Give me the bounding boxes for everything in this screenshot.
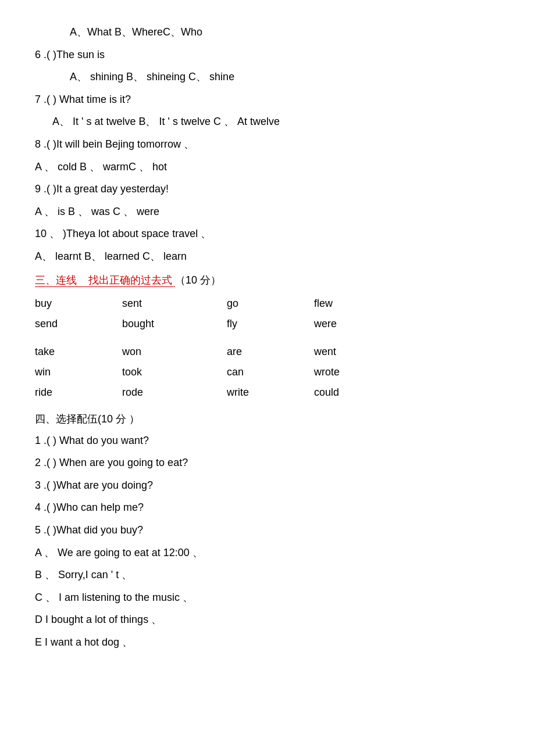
q4-answer-b: B 、 Sorry,I can ' t 、 <box>35 566 500 584</box>
word-cell: fly <box>227 314 314 334</box>
q8-question: 8 .( )It will bein Bejing tomorrow 、 <box>35 135 500 153</box>
q6-options: A、 shining B、 shineing C、 shine <box>35 68 500 86</box>
word-cell: flew <box>314 293 401 314</box>
section3-title: 三、连线 找出正确的过去式 <box>35 274 175 287</box>
word-cell: won <box>122 342 227 362</box>
q4-answer-a: A 、 We are going to eat at 12:00 、 <box>35 544 500 562</box>
q6-question: 6 .( )The sun is <box>35 46 500 64</box>
word-cell: took <box>122 362 227 382</box>
page-content: A、What B、WhereC、Who 6 .( )The sun is A、 … <box>35 23 500 651</box>
q10-options: A、 learnt B、 learned C、 learn <box>35 248 500 266</box>
q7-options: A、 It ' s at twelve B、 It ' s twelve C 、… <box>35 113 500 131</box>
q4-2: 2 .( ) When are you going to eat? <box>35 454 500 472</box>
word-cell: write <box>227 382 314 403</box>
word-grid: buy sent go flew send bought fly were ta… <box>35 293 500 402</box>
word-cell: take <box>35 342 122 362</box>
word-cell: are <box>227 342 314 362</box>
word-cell: were <box>314 314 401 334</box>
word-cell: go <box>227 293 314 314</box>
word-cell-spacer <box>35 334 401 342</box>
word-cell: rode <box>122 382 227 403</box>
q8-options: A 、 cold B 、 warmC 、 hot <box>35 158 500 176</box>
q4-answer-c: C 、 I am listening to the music 、 <box>35 589 500 607</box>
word-cell: wrote <box>314 362 401 382</box>
q9-options: A 、 is B 、 was C 、 were <box>35 203 500 221</box>
word-cell: buy <box>35 293 122 314</box>
word-cell: bought <box>122 314 227 334</box>
q4-5: 5 .( )What did you buy? <box>35 521 500 539</box>
word-cell: ride <box>35 382 122 403</box>
q7-question: 7 .( ) What time is it? <box>35 91 500 109</box>
q9-question: 9 .( )It a great day yesterday! <box>35 180 500 198</box>
section4-header: 四、选择配伍(10 分 ） <box>35 410 500 428</box>
q4-3: 3 .( )What are you doing? <box>35 476 500 495</box>
word-cell: could <box>314 382 401 403</box>
section3-header: 三、连线 找出正确的过去式 （10 分） <box>35 271 500 289</box>
word-cell: can <box>227 362 314 382</box>
q6-intro: A、What B、WhereC、Who <box>35 23 500 41</box>
word-cell: sent <box>122 293 227 314</box>
q4-answer-d: D I bought a lot of things 、 <box>35 611 500 629</box>
q4-1: 1 .( ) What do you want? <box>35 432 500 450</box>
word-cell: went <box>314 342 401 362</box>
q4-answer-e: E I want a hot dog 、 <box>35 633 500 651</box>
q10-question: 10 、 )Theya lot about space travel 、 <box>35 225 500 243</box>
word-cell: win <box>35 362 122 382</box>
word-cell: send <box>35 314 122 334</box>
q4-4: 4 .( )Who can help me? <box>35 499 500 517</box>
